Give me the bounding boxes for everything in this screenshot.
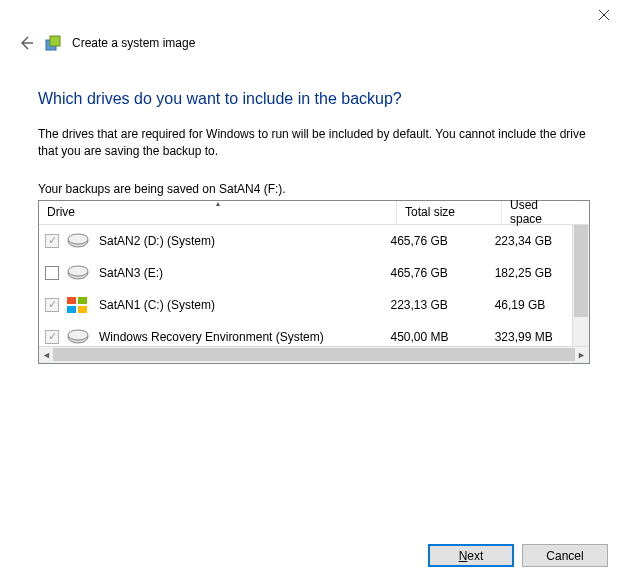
drive-checkbox [45,298,59,312]
drive-name: SatAN1 (C:) (System) [99,298,215,312]
wizard-footer: Next Cancel [428,544,608,567]
cancel-label: Cancel [546,549,583,563]
drive-checkbox [45,330,59,344]
wizard-title: Create a system image [72,36,195,50]
svg-rect-11 [67,306,76,313]
horizontal-scrollbar[interactable]: ◄ ► [39,346,589,363]
grid-header: Drive ▴ Total size Used space [39,201,589,225]
column-header-drive[interactable]: Drive ▴ [39,201,397,224]
table-row[interactable]: SatAN2 (D:) (System)465,76 GB223,34 GB [39,225,574,257]
scroll-left-icon[interactable]: ◄ [42,350,51,360]
next-button[interactable]: Next [428,544,514,567]
svg-rect-10 [78,297,87,304]
column-label-drive: Drive [47,205,75,219]
back-icon[interactable] [18,35,34,51]
page-description: The drives that are required for Windows… [38,126,590,160]
grid-body: SatAN2 (D:) (System)465,76 GB223,34 GBSa… [39,225,589,363]
drive-icon [67,329,89,345]
svg-rect-4 [50,36,60,46]
scrollbar-track[interactable] [53,348,575,361]
column-label-used: Used space [510,198,566,226]
drive-checkbox [45,234,59,248]
drive-used-space: 323,99 MB [495,330,574,344]
close-button[interactable] [581,1,626,29]
drive-icon [67,297,89,313]
drive-used-space: 46,19 GB [495,298,574,312]
drive-total-size: 465,76 GB [390,266,494,280]
vertical-scrollbar[interactable] [572,225,589,346]
cancel-button[interactable]: Cancel [522,544,608,567]
content-area: Which drives do you want to include in t… [0,62,628,364]
drive-total-size: 465,76 GB [390,234,494,248]
svg-point-6 [68,234,88,244]
titlebar [0,0,628,30]
drive-used-space: 223,34 GB [495,234,574,248]
drive-name: Windows Recovery Environment (System) [99,330,324,344]
drive-name: SatAN2 (D:) (System) [99,234,215,248]
svg-point-14 [68,330,88,340]
column-label-total: Total size [405,205,455,219]
drive-total-size: 450,00 MB [390,330,494,344]
table-row[interactable]: SatAN3 (E:)465,76 GB182,25 GB [39,257,574,289]
next-label-rest: ext [467,549,483,563]
drive-total-size: 223,13 GB [390,298,494,312]
drive-icon [67,265,89,281]
drive-icon [67,233,89,249]
sort-indicator-icon: ▴ [216,199,220,208]
scrollbar-thumb[interactable] [574,225,588,317]
drives-grid: Drive ▴ Total size Used space SatAN2 (D:… [38,200,590,364]
save-location-note: Your backups are being saved on SatAN4 (… [38,182,590,196]
table-row[interactable]: SatAN1 (C:) (System)223,13 GB46,19 GB [39,289,574,321]
drive-checkbox[interactable] [45,266,59,280]
column-header-total[interactable]: Total size [397,201,502,224]
column-header-used[interactable]: Used space [502,201,574,224]
svg-point-8 [68,266,88,276]
wizard-header: Create a system image [0,30,628,62]
svg-rect-9 [67,297,76,304]
system-image-icon [44,34,62,52]
drive-name: SatAN3 (E:) [99,266,163,280]
scroll-right-icon[interactable]: ► [577,350,586,360]
svg-rect-12 [78,306,87,313]
drive-used-space: 182,25 GB [495,266,574,280]
page-heading: Which drives do you want to include in t… [38,90,590,108]
